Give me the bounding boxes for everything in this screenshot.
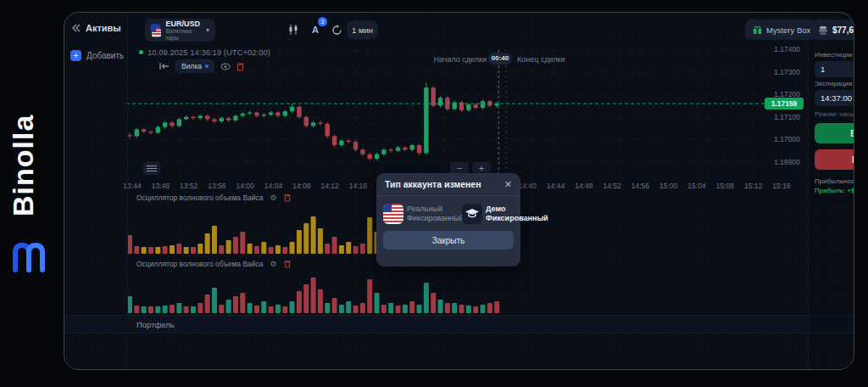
pair-category: Валютные пары (165, 28, 200, 42)
modal-title: Тип аккаунта изменен (385, 179, 481, 189)
chart-datetime: 10.09.2025 14:36:19 (UTC+02:00) (139, 48, 270, 57)
price-axis-label: 1.17000 (766, 135, 800, 143)
deal-start-label: Начало сделки (431, 55, 487, 64)
modal-close-button[interactable]: Закрыть (383, 231, 514, 250)
account-changed-modal: Тип аккаунта изменен ✕ Реальный Фиксиров… (376, 173, 520, 266)
add-asset-button[interactable]: + Добавить (70, 50, 124, 61)
eye-icon[interactable] (220, 63, 231, 70)
trade-panel: Инвестиции 1 $ Экспирация 14:37:00 Режим… (808, 43, 854, 370)
indicator-header: Осциллятор волнового объема Вайса ⚙ (136, 260, 291, 268)
price-axis-label: 1.17300 (766, 68, 800, 76)
timeframe-label: 1 мин (352, 25, 373, 35)
accounts-stack-icon (818, 25, 828, 35)
modal-close-button-label: Закрыть (432, 236, 465, 245)
mystery-box-button[interactable]: Mystery Box (745, 20, 818, 40)
chart-settings-button[interactable] (143, 162, 160, 175)
modal-header: Тип аккаунта изменен ✕ (376, 173, 520, 196)
expiration-value: 14:37:00 (821, 93, 852, 103)
indicator-title: Осциллятор волнового объема Вайса (136, 194, 264, 202)
app-window: Активы + Добавить EUR/USD Валютные пары … (64, 12, 854, 370)
indicator-title: Осциллятор волнового объема Вайса (136, 260, 264, 268)
price-axis-label: 1.17100 (766, 113, 800, 121)
mystery-box-label: Mystery Box (766, 25, 810, 35)
tool-tag-label: Вилка (181, 62, 202, 70)
indicator-header: Осциллятор волнового объема Вайса ⚙ (136, 194, 291, 202)
pair-flags-icon (151, 24, 161, 37)
brand-name: Binolla (7, 85, 54, 246)
expiration-label: Экспирация (815, 80, 852, 87)
candlestick-icon (287, 24, 299, 36)
arrow-to-line-icon[interactable] (159, 62, 170, 70)
portfolio-section[interactable]: Портфель (64, 315, 854, 334)
to-account-label: Демо Фиксированный (486, 205, 528, 223)
time-axis-label: 15:16 (767, 182, 796, 190)
gear-icon[interactable]: ⚙ (270, 194, 277, 202)
trash-icon[interactable] (284, 260, 291, 268)
modal-body: Реальный Фиксированный → Демо Фиксирован… (376, 196, 520, 229)
time-axis-label: 14:16 (343, 182, 372, 190)
expiration-input[interactable]: 14:37:00 (815, 90, 854, 106)
arrow-right-icon: → (450, 210, 459, 219)
graduation-cap-icon (465, 209, 479, 219)
pair-symbol: EUR/USD (165, 20, 200, 28)
add-label: Добавить (86, 51, 124, 60)
tool-tag[interactable]: Вилка (175, 59, 214, 73)
assets-header[interactable]: Активы (72, 23, 121, 33)
time-axis-label: 14:08 (287, 182, 316, 190)
lower-button[interactable]: НИЖЕ (815, 149, 854, 170)
gear-icon[interactable]: ⚙ (270, 260, 277, 268)
from-account-label: Реальный Фиксированный (407, 205, 447, 223)
pair-selector[interactable]: EUR/USD Валютные пары ▾ (145, 19, 215, 42)
time-axis-label: 15:08 (710, 182, 739, 190)
time-axis-label: 14:04 (259, 182, 288, 190)
trash-icon[interactable] (236, 62, 244, 71)
investment-label: Инвестиции (815, 51, 854, 59)
time-axis-label: 13:52 (175, 182, 203, 190)
timeframe-button[interactable]: 1 мин (347, 20, 378, 39)
chevron-down-icon: ▾ (206, 26, 209, 34)
mode-label: Режим: часы (815, 110, 854, 118)
demo-account-icon (462, 204, 482, 224)
chart-type-button[interactable] (285, 21, 302, 38)
assets-label: Активы (86, 23, 121, 33)
current-price-badge: 1.17159 (765, 98, 804, 109)
collapse-icon (72, 24, 81, 32)
higher-button[interactable]: ВЫШЕ (815, 123, 854, 143)
portfolio-label: Портфель (136, 320, 175, 329)
refresh-chart-button[interactable] (328, 21, 345, 38)
deal-end-label: Конец сделки (517, 55, 565, 64)
top-toolbar: EUR/USD Валютные пары ▾ A 3 (128, 13, 854, 48)
tool-color-dot (205, 64, 209, 68)
lower-label: НИЖЕ (852, 155, 854, 165)
gift-icon (753, 25, 762, 35)
brand-column: Binolla (0, 0, 64, 387)
drawing-tool-icon: A (312, 25, 319, 35)
balance-dropdown[interactable]: $77,60 ▾ (811, 20, 854, 40)
drawing-tools-button[interactable]: A 3 (307, 21, 324, 38)
time-axis-label: 14:00 (231, 182, 259, 190)
time-axis-label: 14:56 (626, 182, 654, 190)
us-flag-icon (383, 204, 403, 224)
screen: Binolla Активы + Добавить (0, 0, 868, 387)
time-axis-label: 14:52 (598, 182, 626, 190)
investment-input[interactable]: 1 $ (815, 61, 854, 77)
higher-label: ВЫШЕ (850, 129, 854, 138)
time-axis-label: 14:44 (542, 182, 570, 190)
profitability-text: Прибыльность: +8 (815, 177, 854, 185)
binolla-logo-icon (10, 239, 47, 277)
trash-icon[interactable] (284, 194, 291, 202)
time-axis-label: 13:48 (146, 182, 175, 190)
time-axis-label: 13:56 (203, 182, 231, 190)
balance-amount: $77,60 (832, 25, 854, 35)
add-icon: + (70, 50, 81, 61)
profit-text: Прибыль: +$0,8 (815, 187, 854, 194)
time-axis-label: 15:00 (654, 182, 683, 190)
active-tool-row: Вилка (159, 59, 244, 73)
refresh-icon (331, 25, 342, 36)
connection-status-icon (139, 50, 143, 54)
close-icon[interactable]: ✕ (504, 179, 512, 190)
price-axis-label: 1.16900 (766, 158, 800, 166)
investment-value: 1 (821, 64, 825, 74)
time-axis-label: 15:04 (682, 182, 711, 190)
time-axis-label: 14:48 (570, 182, 598, 190)
